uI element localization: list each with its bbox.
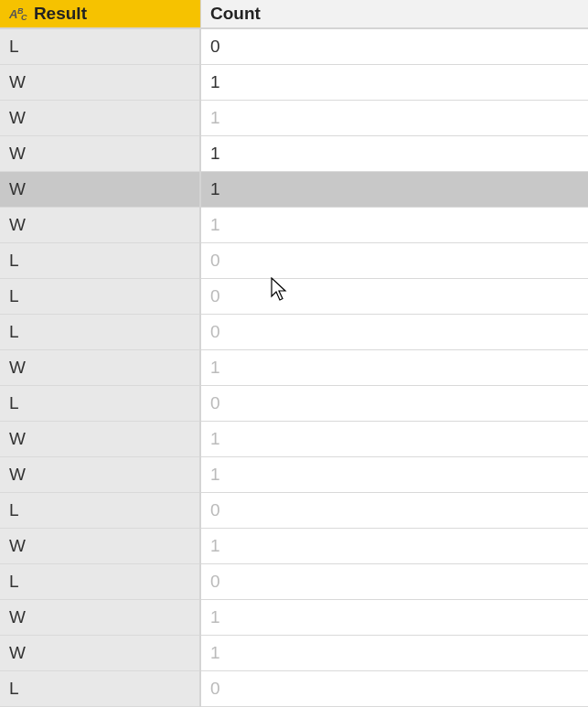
table-cell-result[interactable]: L xyxy=(0,315,200,350)
table-cell-count[interactable]: 1 xyxy=(201,457,588,493)
table-cell-result[interactable]: W xyxy=(0,600,200,636)
table-cell-count[interactable]: 0 xyxy=(201,315,588,350)
column-result: ABC Result LWWWWWLLLWLWWLWLWWL xyxy=(0,0,201,707)
table-cell-result[interactable]: L xyxy=(0,279,200,315)
table-cell-result[interactable]: W xyxy=(0,65,200,101)
table-cell-result[interactable]: L xyxy=(0,564,200,600)
column-header-count[interactable]: Count xyxy=(201,0,588,29)
table-cell-result[interactable]: W xyxy=(0,457,200,493)
table-cell-result[interactable]: W xyxy=(0,422,200,457)
table-cell-count[interactable]: 1 xyxy=(201,208,588,243)
column-header-label: Count xyxy=(210,4,261,24)
table-cell-result[interactable]: W xyxy=(0,172,200,208)
table-cell-result[interactable]: W xyxy=(0,529,200,564)
table-cell-result[interactable]: L xyxy=(0,29,200,65)
table-cell-count[interactable]: 1 xyxy=(201,350,588,386)
table-cell-count[interactable]: 0 xyxy=(201,564,588,600)
column-header-result[interactable]: ABC Result xyxy=(0,0,200,29)
table-cell-count[interactable]: 0 xyxy=(201,243,588,279)
text-type-icon: ABC xyxy=(9,7,27,21)
table-cell-count[interactable]: 1 xyxy=(201,136,588,172)
column-count: Count 0111110001011010110 xyxy=(201,0,588,707)
table-cell-result[interactable]: L xyxy=(0,671,200,707)
table-cell-count[interactable]: 1 xyxy=(201,101,588,136)
table-cell-result[interactable]: W xyxy=(0,636,200,671)
table-cell-count[interactable]: 1 xyxy=(201,422,588,457)
table-cell-count[interactable]: 1 xyxy=(201,600,588,636)
table-cell-count[interactable]: 1 xyxy=(201,636,588,671)
table-cell-result[interactable]: L xyxy=(0,386,200,422)
table-cell-count[interactable]: 1 xyxy=(201,65,588,101)
table-cell-count[interactable]: 0 xyxy=(201,279,588,315)
table-cell-result[interactable]: L xyxy=(0,493,200,529)
data-table: ABC Result LWWWWWLLLWLWWLWLWWL Count 011… xyxy=(0,0,588,707)
table-cell-count[interactable]: 1 xyxy=(201,172,588,208)
table-cell-result[interactable]: W xyxy=(0,350,200,386)
table-cell-count[interactable]: 0 xyxy=(201,29,588,65)
table-cell-count[interactable]: 0 xyxy=(201,493,588,529)
table-cell-count[interactable]: 0 xyxy=(201,671,588,707)
table-cell-result[interactable]: W xyxy=(0,101,200,136)
column-header-label: Result xyxy=(34,4,87,24)
table-cell-result[interactable]: W xyxy=(0,136,200,172)
table-cell-result[interactable]: L xyxy=(0,243,200,279)
table-cell-count[interactable]: 1 xyxy=(201,529,588,564)
table-cell-result[interactable]: W xyxy=(0,208,200,243)
table-cell-count[interactable]: 0 xyxy=(201,386,588,422)
